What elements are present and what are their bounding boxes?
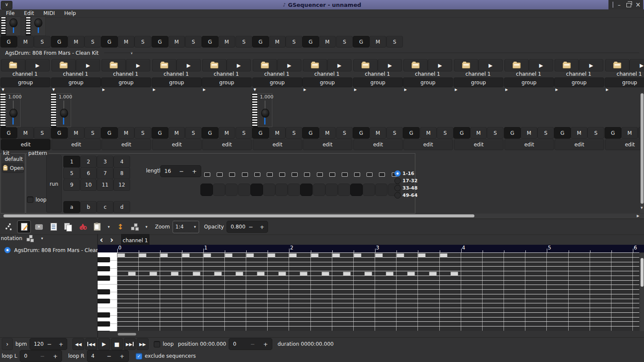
note[interactable] — [440, 253, 447, 258]
gms-g-button[interactable]: G — [202, 127, 218, 139]
master-fader-slider[interactable] — [31, 16, 46, 36]
pattern-pad-14[interactable] — [363, 184, 375, 196]
note[interactable] — [407, 272, 415, 276]
note[interactable] — [397, 253, 404, 258]
group-button[interactable]: group — [152, 77, 202, 87]
notation-vscroll-thumb[interactable] — [641, 258, 644, 287]
note[interactable] — [139, 253, 146, 258]
gms-g-button[interactable]: G — [152, 36, 168, 47]
pattern-pad-4[interactable] — [238, 184, 250, 196]
gms-g-button[interactable]: G — [403, 127, 420, 139]
note[interactable] — [289, 253, 297, 258]
edit-tool[interactable] — [17, 220, 31, 233]
gms-g-button[interactable]: G — [353, 127, 370, 139]
gms-m-button[interactable]: M — [168, 127, 185, 139]
tools-button[interactable] — [128, 221, 141, 233]
notation-hscroll-thumb[interactable] — [118, 333, 136, 335]
play-pad-button[interactable]: ▶ — [25, 59, 50, 71]
position-plus-button[interactable]: + — [259, 338, 272, 350]
paste-button[interactable] — [91, 221, 104, 233]
menu-edit[interactable]: Edit — [21, 10, 36, 17]
pattern-pad-7[interactable] — [275, 184, 288, 196]
edit-button[interactable]: edit — [605, 139, 644, 150]
machine-vscroll-track[interactable]: ▼ — [640, 92, 644, 213]
exclude-sequencers-checkbox[interactable]: ✓ — [136, 353, 142, 359]
gms-g-button[interactable]: G — [302, 127, 319, 139]
opacity-minus-button[interactable]: − — [245, 221, 256, 232]
black-key[interactable] — [98, 266, 110, 271]
open-pad-button[interactable] — [101, 59, 126, 71]
edit-button[interactable]: edit — [1, 139, 51, 150]
machine-vscroll-thumb[interactable] — [641, 93, 644, 204]
offset-radio[interactable] — [394, 178, 401, 184]
channel-fader-knob[interactable] — [261, 109, 269, 118]
offset-radio[interactable] — [394, 170, 401, 177]
gms-s-button[interactable]: S — [537, 127, 554, 139]
play-pad-button[interactable]: ▶ — [126, 59, 150, 71]
pattern-pad-13[interactable] — [350, 184, 363, 196]
cut-button[interactable] — [76, 221, 89, 233]
bank-3-button[interactable]: 3 — [97, 156, 113, 168]
gms-g-button[interactable]: G — [453, 127, 470, 139]
notation-vscroll-track[interactable] — [640, 253, 644, 331]
note[interactable] — [354, 253, 361, 258]
gms-g-button[interactable]: G — [0, 127, 17, 139]
open-pad-button[interactable] — [253, 59, 277, 71]
transport-expander-button[interactable]: › — [2, 338, 13, 350]
gms-g-button[interactable]: G — [101, 127, 118, 139]
gms-m-button[interactable]: M — [118, 36, 134, 47]
channel-expander[interactable]: ▶ — [304, 88, 306, 92]
gms-s-button[interactable]: S — [84, 36, 101, 47]
open-pad-button[interactable] — [403, 59, 428, 71]
gms-s-button[interactable]: S — [386, 36, 403, 47]
pattern-pad-1[interactable] — [200, 184, 213, 196]
gms-m-button[interactable]: M — [420, 127, 437, 139]
bank-8-button[interactable]: 8 — [113, 167, 130, 179]
edit-button[interactable]: edit — [303, 139, 352, 150]
channel-expander[interactable]: ▶ — [455, 88, 457, 92]
bank-7-button[interactable]: 7 — [97, 167, 113, 179]
bank-2-button[interactable]: 2 — [80, 156, 97, 168]
gms-s-button[interactable]: S — [185, 36, 202, 47]
note[interactable] — [160, 253, 168, 258]
gms-g-button[interactable]: G — [51, 127, 68, 139]
machine-vscroll-down-icon[interactable]: ▼ — [641, 206, 643, 210]
gms-s-button[interactable]: S — [286, 127, 302, 139]
machine-hscroll-thumb[interactable] — [3, 214, 474, 217]
channel-expander[interactable]: ▼ — [253, 88, 256, 92]
gms-m-button[interactable]: M — [218, 127, 235, 139]
gms-s-button[interactable]: S — [236, 127, 252, 139]
bank-9-button[interactable]: 9 — [63, 179, 80, 191]
pattern-pad-12[interactable] — [338, 184, 350, 196]
gms-s-button[interactable]: S — [236, 36, 252, 47]
play-pad-button[interactable]: ▶ — [378, 59, 402, 71]
machine-selector[interactable]: AgsDrum: 808 From Mars - Clean Kit ▾ — [5, 49, 133, 57]
offset-option-17-32[interactable]: 17-32 — [394, 177, 417, 184]
gms-g-button[interactable]: G — [51, 36, 68, 47]
gms-m-button[interactable]: M — [571, 127, 587, 139]
note[interactable] — [236, 272, 243, 276]
pattern-pad-15[interactable] — [375, 184, 388, 196]
stop-button[interactable]: ■ — [111, 338, 123, 350]
length-value[interactable]: 16 — [161, 168, 175, 174]
gms-s-button[interactable]: S — [336, 36, 353, 47]
pattern-pad-8[interactable] — [288, 184, 300, 196]
bank-6-button[interactable]: 6 — [80, 167, 97, 179]
invert-button[interactable]: ↕ — [114, 221, 127, 233]
group-button[interactable]: group — [202, 77, 252, 87]
group-button[interactable]: group — [453, 77, 504, 87]
gms-s-button[interactable]: S — [437, 127, 453, 139]
channel-expander[interactable]: ▶ — [203, 88, 206, 92]
gms-m-button[interactable]: M — [68, 36, 84, 47]
channel-expander[interactable]: ▶ — [606, 88, 608, 92]
note[interactable] — [364, 272, 372, 276]
edit-button[interactable]: edit — [202, 139, 252, 150]
play-pad-button[interactable]: ▶ — [227, 59, 251, 71]
forward-button[interactable]: ▶▶ — [137, 338, 149, 350]
play-pad-button[interactable]: ▶ — [176, 59, 201, 71]
channel-expander[interactable]: ▶ — [555, 88, 558, 92]
next-button[interactable]: ▶▶ — [124, 338, 136, 350]
pattern-pad-10[interactable] — [313, 184, 325, 196]
gms-m-button[interactable]: M — [521, 127, 537, 139]
play-pad-button[interactable]: ▶ — [277, 59, 301, 71]
